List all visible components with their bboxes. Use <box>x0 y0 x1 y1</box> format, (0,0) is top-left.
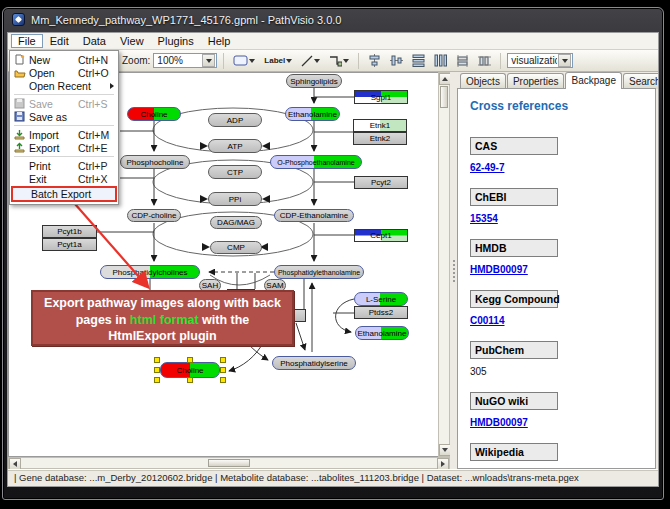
tab-objects[interactable]: Objects <box>460 73 506 89</box>
menu-view[interactable]: View <box>113 34 151 48</box>
save-icon <box>14 98 29 109</box>
file-menu-popup: New Ctrl+N Open Ctrl+O Open Recent Save … <box>9 50 119 205</box>
panel-splitter[interactable] <box>450 72 457 469</box>
selection-handle[interactable] <box>220 367 226 373</box>
connector-icon <box>329 55 342 67</box>
gene-node[interactable]: Pcyt1a <box>42 238 97 251</box>
title-bar[interactable]: Mm_Kennedy_pathway_WP1771_45176.gpml - P… <box>3 8 663 31</box>
metabolite-node[interactable]: ADP <box>208 113 262 127</box>
metabolite-node[interactable]: Phosphatidylserine <box>272 356 356 370</box>
zoom-combobox[interactable]: 100% <box>153 53 217 68</box>
gene-node[interactable]: Cept1 <box>354 229 408 242</box>
file-menu-save-as[interactable]: Save as <box>11 110 117 123</box>
align-center-y-button[interactable] <box>387 52 406 69</box>
tab-properties[interactable]: Properties <box>507 73 565 89</box>
gene-node[interactable]: Sgpl1 <box>354 90 408 104</box>
zoom-dropdown-icon[interactable] <box>202 54 215 67</box>
metabolite-node[interactable]: Phosphatidylcholines <box>100 265 200 279</box>
connector-tool-button[interactable] <box>326 52 352 69</box>
metabolite-node[interactable]: PPi <box>208 192 262 206</box>
selection-handle[interactable] <box>187 377 193 383</box>
file-menu-print[interactable]: Print Ctrl+P <box>11 159 117 172</box>
file-menu-export[interactable]: Export Ctrl+E <box>11 141 117 154</box>
xref-section: Kegg Compound C00114 <box>470 290 643 326</box>
metabolite-node[interactable]: O-Phosphoethanolamine <box>270 155 362 169</box>
metabolite-node[interactable]: CDP-Ethanolamine <box>274 209 354 222</box>
metabolite-node[interactable]: Ethanolamine <box>355 326 409 340</box>
file-menu-save[interactable]: Save Ctrl+S <box>11 97 117 110</box>
label-tool-button[interactable]: Label <box>261 52 295 69</box>
selected-metabolite-node[interactable]: Choline <box>160 362 220 378</box>
callout-line2-pre: pages in <box>76 313 130 327</box>
xref-link[interactable]: 15354 <box>470 213 498 224</box>
gene-tool-button[interactable] <box>230 52 258 69</box>
vertical-scroll-thumb[interactable] <box>440 86 448 108</box>
file-menu-batch-export[interactable]: Batch Export <box>11 186 117 202</box>
selection-handle[interactable] <box>187 357 193 363</box>
file-menu-new[interactable]: New Ctrl+N <box>11 53 117 66</box>
tab-backpage[interactable]: Backpage <box>565 72 621 89</box>
gene-node[interactable]: Etnk1 <box>353 119 407 132</box>
file-menu-open[interactable]: Open Ctrl+O <box>11 66 117 79</box>
canvas-horizontal-scrollbar[interactable] <box>8 457 450 469</box>
menu-plugins[interactable]: Plugins <box>151 34 201 48</box>
common-width-button[interactable] <box>453 52 472 69</box>
align-center-x-icon <box>368 54 381 67</box>
metabolite-node[interactable]: Phosphocholine <box>120 155 190 169</box>
menu-help[interactable]: Help <box>201 34 238 48</box>
common-height-button[interactable] <box>475 52 494 69</box>
import-icon <box>14 129 29 140</box>
backpage-panel[interactable]: Cross references CAS 62-49-7 ChEBI 15354… <box>457 88 656 469</box>
tab-search[interactable]: Search <box>623 73 659 89</box>
metabolite-node[interactable]: ATP <box>208 139 262 153</box>
selection-handle[interactable] <box>220 377 226 383</box>
xref-section: Wikipedia Choline <box>470 443 643 469</box>
canvas-vertical-scrollbar[interactable] <box>438 72 450 457</box>
xref-value: 305 <box>470 366 487 377</box>
menu-data[interactable]: Data <box>76 34 113 48</box>
metabolite-node[interactable]: CTP <box>208 165 262 179</box>
file-menu-open-recent[interactable]: Open Recent <box>11 79 117 92</box>
file-menu-exit[interactable]: Exit Ctrl+X <box>11 172 117 185</box>
side-panel: Objects Properties Backpage Search Legen… <box>457 72 656 469</box>
metabolite-node[interactable]: Ethanolamine <box>285 107 340 121</box>
xref-source-box: ChEBI <box>470 188 558 206</box>
metabolite-node[interactable]: DAG/MAG <box>210 216 262 229</box>
selection-handle[interactable] <box>220 357 226 363</box>
metabolite-node[interactable]: Phosphatidylethanolamine <box>274 265 364 279</box>
align-center-x-button[interactable] <box>365 52 384 69</box>
metabolite-node[interactable]: L-Serine <box>354 292 408 306</box>
xref-link[interactable]: HMDB00097 <box>470 264 528 275</box>
gene-node[interactable]: Pcyt1b <box>42 225 97 238</box>
menu-bar: File Edit Data View Plugins Help <box>8 33 658 50</box>
xref-source-box: Wikipedia <box>470 443 558 461</box>
menu-edit[interactable]: Edit <box>43 34 76 48</box>
menu-file[interactable]: File <box>11 34 43 48</box>
metabolite-node[interactable]: Choline <box>127 107 181 121</box>
metabolite-node[interactable]: CMP <box>210 241 262 254</box>
app-icon <box>12 13 25 26</box>
xref-link[interactable]: 62-49-7 <box>470 162 504 173</box>
selection-handle[interactable] <box>154 367 160 373</box>
label-tool-text: Label <box>264 56 285 65</box>
xref-link[interactable]: HMDB00097 <box>470 417 528 428</box>
metabolite-node[interactable]: Sphingolipids <box>286 74 342 88</box>
gene-node[interactable]: Pcyt2 <box>354 176 408 189</box>
selection-handle[interactable] <box>154 357 160 363</box>
xref-source-box: NuGO wiki <box>470 392 558 410</box>
distribute-columns-button[interactable] <box>431 52 450 69</box>
open-folder-icon <box>14 68 29 78</box>
gene-node[interactable]: Etnk2 <box>353 132 407 145</box>
visualization-dropdown-icon[interactable] <box>558 54 571 67</box>
file-menu-import[interactable]: Import Ctrl+M <box>11 128 117 141</box>
xref-link[interactable]: C00114 <box>470 315 504 326</box>
line-tool-button[interactable] <box>298 52 323 69</box>
callout-line2-post: with the <box>199 313 250 327</box>
visualization-combobox[interactable]: visualization <box>507 53 573 68</box>
horizontal-scroll-thumb[interactable] <box>208 459 250 467</box>
gene-node[interactable]: Ptdss2 <box>354 306 408 319</box>
selection-handle[interactable] <box>154 377 160 383</box>
metabolite-node[interactable]: CDP-choline <box>127 209 181 222</box>
distribute-rows-button[interactable] <box>409 52 428 69</box>
gene-node-icon <box>233 55 248 66</box>
